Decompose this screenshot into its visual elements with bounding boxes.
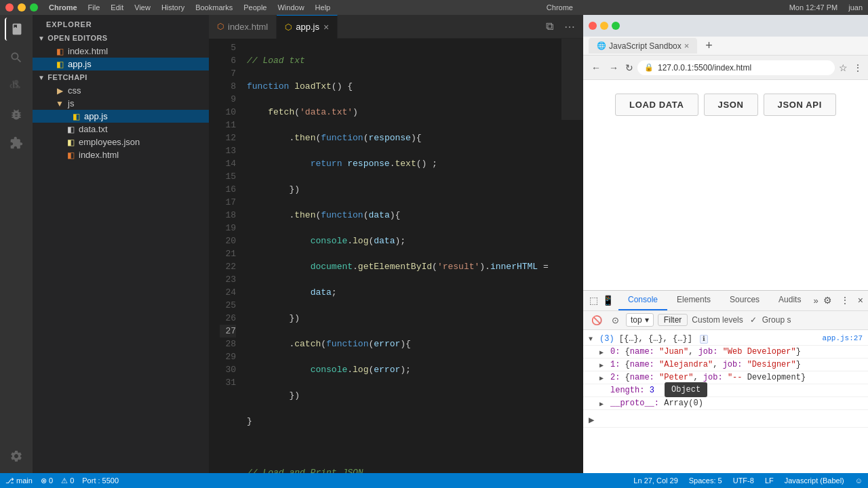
devtools-tab-console[interactable]: Console xyxy=(618,290,667,310)
status-warnings[interactable]: ⚠ 0 xyxy=(61,476,74,485)
menu-view[interactable]: View xyxy=(134,3,151,12)
console-proto-row[interactable]: ▶ __proto__: Array(0) xyxy=(583,397,868,410)
code-content[interactable]: // Load txt function loadTxt() { fetch('… xyxy=(241,39,561,473)
console-item-2-text: 2: {name: "Peter", job: "-- Development} xyxy=(610,373,863,382)
json-button[interactable]: JSON xyxy=(704,94,758,116)
sidebar-item-index-html[interactable]: ◧ index.html xyxy=(33,148,209,161)
tab-js-icon: ⬡ xyxy=(285,22,292,32)
console-file-ref[interactable]: app.js:27 xyxy=(823,334,863,342)
devtools-ellipsis-button[interactable]: ⋮ xyxy=(838,293,852,307)
section-open-editors[interactable]: ▼ OPEN Editors xyxy=(33,31,209,45)
group-s-checkbox[interactable]: ✓ xyxy=(750,315,757,325)
css-folder-label: css xyxy=(68,85,81,96)
split-editor-button[interactable]: ⧉ xyxy=(543,19,556,35)
more-actions-button[interactable]: ⋯ xyxy=(561,19,578,35)
menu-window[interactable]: Window xyxy=(277,3,304,12)
menu-people[interactable]: People xyxy=(243,3,267,12)
item0-arrow[interactable]: ▶ xyxy=(599,348,606,357)
status-left: ⎇ main ⊗ 0 ⚠ 0 Port : 5500 xyxy=(5,476,119,485)
console-item-2[interactable]: ▶ 2: {name: "Peter", job: "-- Developmen… xyxy=(583,371,868,384)
filter-button[interactable]: Filter xyxy=(658,314,688,326)
menu-edit[interactable]: Edit xyxy=(111,3,123,12)
tab-index-html[interactable]: ⬡ index.html xyxy=(209,15,277,39)
browser-reload-button[interactable]: ↻ xyxy=(625,62,633,73)
maximize-traffic-light[interactable] xyxy=(30,3,38,12)
menu-bookmarks[interactable]: Bookmarks xyxy=(195,3,233,12)
open-editor-app-js[interactable]: ◧ app.js xyxy=(33,58,209,70)
console-item-0[interactable]: ▶ 0: {name: "Juan", job: "Web Developer"… xyxy=(583,346,868,359)
console-array-label: (3) [{…}, {…}, {…}] ℹ xyxy=(599,334,818,344)
activity-explorer[interactable] xyxy=(5,18,28,41)
minimize-traffic-light[interactable] xyxy=(18,3,26,12)
status-git[interactable]: ⎇ main xyxy=(5,476,33,485)
menu-help[interactable]: Help xyxy=(315,3,331,12)
devtools-settings-button[interactable]: ⚙ xyxy=(821,293,834,307)
console-item-1[interactable]: ▶ 1: {name: "Alejandra", job: "Designer"… xyxy=(583,359,868,371)
browser-tab-close[interactable]: × xyxy=(684,41,690,51)
devtools-content: ▼ (3) [{…}, {…}, {…}] ℹ app.js:27 ▶ 0: {… xyxy=(583,330,868,474)
devtools-tab-audits[interactable]: Audits xyxy=(769,290,810,310)
json-file-icon: ◧ xyxy=(65,138,76,147)
console-realtime-button[interactable]: ⊙ xyxy=(609,314,622,327)
custom-levels-label[interactable]: Custom levels xyxy=(692,315,743,325)
sidebar-item-js[interactable]: ▼ js xyxy=(33,97,209,110)
proto-arrow[interactable]: ▶ xyxy=(599,400,606,408)
tab-app-js[interactable]: ⬡ app.js × xyxy=(277,15,338,39)
item2-arrow[interactable]: ▶ xyxy=(599,374,606,382)
array-expand-arrow[interactable]: ▼ xyxy=(589,336,595,343)
browser-maximize[interactable] xyxy=(612,22,620,30)
section-fetchapi[interactable]: ▼ FETCHAPI xyxy=(33,70,209,84)
console-clear-button[interactable]: 🚫 xyxy=(589,314,605,327)
devtools-inspect-button[interactable]: ⬚ xyxy=(587,293,600,307)
status-line-ending[interactable]: LF xyxy=(765,476,774,485)
status-language[interactable]: Javascript (Babel) xyxy=(785,476,844,485)
js-file-icon: ◧ xyxy=(54,60,65,69)
console-prompt-symbol: ▶ xyxy=(589,414,594,426)
sidebar-item-css[interactable]: ▶ css xyxy=(33,84,209,97)
close-traffic-light[interactable] xyxy=(5,3,14,12)
devtools-tab-sources[interactable]: Sources xyxy=(720,290,769,310)
status-errors[interactable]: ⊗ 0 xyxy=(41,476,53,485)
status-position[interactable]: Ln 27, Col 29 xyxy=(633,476,677,485)
devtools-more-tabs[interactable]: » xyxy=(810,296,821,306)
browser-bookmark-button[interactable]: ☆ xyxy=(839,62,848,73)
fetchapi-label: FETCHAPI xyxy=(47,73,87,81)
activity-search[interactable] xyxy=(5,46,28,69)
devtools-device-button[interactable]: 📱 xyxy=(600,293,616,307)
activity-settings[interactable] xyxy=(5,445,28,468)
browser-more-button[interactable]: ⋮ xyxy=(853,62,863,73)
devtools-tab-elements[interactable]: Elements xyxy=(667,290,720,310)
sidebar-item-data-txt[interactable]: ◧ data.txt xyxy=(33,123,209,136)
activity-debug[interactable] xyxy=(5,103,28,126)
browser-close[interactable] xyxy=(589,22,597,30)
browser-url-bar[interactable]: 🔒 127.0.0.1:5500/index.html xyxy=(637,60,835,75)
browser-minimize[interactable] xyxy=(600,22,608,30)
devtools-icon-actions: ⚙ ⋮ × xyxy=(821,293,865,307)
browser-tab[interactable]: 🌐 JavaScript Sandbox × xyxy=(589,38,697,54)
sidebar-item-app-js[interactable]: ◧ app.js xyxy=(33,110,209,123)
sidebar-item-employees-json[interactable]: ◧ employees.json xyxy=(33,136,209,148)
new-tab-button[interactable]: + xyxy=(705,39,713,53)
menu-file[interactable]: File xyxy=(88,3,100,12)
tab-toolbar: ⧉ ⋯ xyxy=(543,19,583,35)
console-array-row[interactable]: ▼ (3) [{…}, {…}, {…}] ℹ app.js:27 xyxy=(583,333,868,346)
browser-back-button[interactable]: ← xyxy=(589,61,604,75)
browser-forward-button[interactable]: → xyxy=(606,61,621,75)
open-editor-index-html[interactable]: ◧ index.html xyxy=(33,45,209,58)
browser-url: 127.0.0.1:5500/index.html xyxy=(658,63,751,73)
devtools-tabs: Console Elements Sources Audits » xyxy=(618,290,821,310)
status-smiley[interactable]: ☺ xyxy=(855,476,863,485)
code-editor[interactable]: 5678910 1112131415 1617181920 2122232425… xyxy=(209,39,583,473)
item1-arrow[interactable]: ▶ xyxy=(599,361,606,369)
status-port[interactable]: Port : 5500 xyxy=(82,476,119,485)
menu-history[interactable]: History xyxy=(161,3,184,12)
activity-extensions[interactable] xyxy=(5,131,28,155)
activity-source-control[interactable] xyxy=(5,75,28,98)
tab-close-button[interactable]: × xyxy=(323,22,329,33)
load-data-button[interactable]: LOAD DATA xyxy=(615,94,698,116)
status-encoding[interactable]: UTF-8 xyxy=(733,476,754,485)
json-api-button[interactable]: JSON API xyxy=(764,94,836,116)
context-selector[interactable]: top ▾ xyxy=(626,313,654,327)
devtools-close-button[interactable]: × xyxy=(856,293,865,307)
status-spaces[interactable]: Spaces: 5 xyxy=(689,476,722,485)
